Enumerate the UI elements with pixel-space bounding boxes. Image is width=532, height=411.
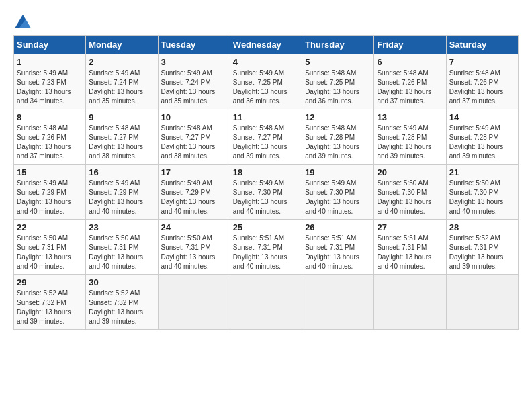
calendar-cell: 24Sunrise: 5:50 AMSunset: 7:31 PMDayligh… (158, 220, 230, 275)
calendar-cell: 10Sunrise: 5:48 AMSunset: 7:27 PMDayligh… (158, 109, 230, 165)
day-info: Sunrise: 5:52 AMSunset: 7:31 PMDaylight:… (449, 234, 515, 271)
day-info: Sunrise: 5:49 AMSunset: 7:24 PMDaylight:… (161, 68, 227, 106)
day-info: Sunrise: 5:48 AMSunset: 7:28 PMDaylight:… (305, 124, 371, 161)
day-number: 29 (17, 277, 83, 287)
calendar-cell: 8Sunrise: 5:48 AMSunset: 7:26 PMDaylight… (14, 109, 86, 165)
calendar-cell: 6Sunrise: 5:48 AMSunset: 7:26 PMDaylight… (374, 54, 446, 109)
day-info: Sunrise: 5:48 AMSunset: 7:26 PMDaylight:… (377, 68, 443, 106)
day-number: 25 (233, 222, 299, 232)
calendar-cell (158, 275, 230, 330)
calendar-body: 1Sunrise: 5:49 AMSunset: 7:23 PMDaylight… (14, 54, 519, 330)
calendar-cell: 20Sunrise: 5:50 AMSunset: 7:30 PMDayligh… (374, 165, 446, 220)
day-info: Sunrise: 5:50 AMSunset: 7:30 PMDaylight:… (377, 179, 443, 216)
calendar-cell: 22Sunrise: 5:50 AMSunset: 7:31 PMDayligh… (14, 220, 86, 275)
day-info: Sunrise: 5:48 AMSunset: 7:27 PMDaylight:… (161, 124, 227, 161)
calendar-cell: 4Sunrise: 5:49 AMSunset: 7:25 PMDaylight… (230, 54, 302, 109)
day-info: Sunrise: 5:49 AMSunset: 7:25 PMDaylight:… (233, 68, 299, 106)
calendar-cell: 18Sunrise: 5:49 AMSunset: 7:30 PMDayligh… (230, 165, 302, 220)
day-info: Sunrise: 5:49 AMSunset: 7:30 PMDaylight:… (305, 179, 371, 216)
calendar-cell: 16Sunrise: 5:49 AMSunset: 7:29 PMDayligh… (86, 165, 158, 220)
day-number: 16 (89, 167, 154, 177)
day-info: Sunrise: 5:48 AMSunset: 7:26 PMDaylight:… (17, 124, 83, 161)
day-number: 24 (161, 222, 227, 232)
day-header-wednesday: Wednesday (230, 36, 302, 54)
day-number: 27 (377, 222, 443, 232)
calendar-week-5: 29Sunrise: 5:52 AMSunset: 7:32 PMDayligh… (14, 275, 519, 330)
calendar-cell: 14Sunrise: 5:49 AMSunset: 7:28 PMDayligh… (446, 109, 518, 165)
day-number: 19 (305, 167, 371, 177)
day-number: 21 (449, 167, 515, 177)
day-number: 20 (377, 167, 443, 177)
calendar-cell: 17Sunrise: 5:49 AMSunset: 7:29 PMDayligh… (158, 165, 230, 220)
calendar-cell: 26Sunrise: 5:51 AMSunset: 7:31 PMDayligh… (302, 220, 374, 275)
calendar-cell: 29Sunrise: 5:52 AMSunset: 7:32 PMDayligh… (14, 275, 86, 330)
calendar-cell (446, 275, 518, 330)
logo-icon (15, 15, 31, 28)
day-number: 3 (161, 57, 227, 67)
day-info: Sunrise: 5:49 AMSunset: 7:28 PMDaylight:… (449, 124, 515, 161)
day-number: 22 (17, 222, 83, 232)
day-header-friday: Friday (374, 36, 446, 54)
calendar-week-3: 15Sunrise: 5:49 AMSunset: 7:29 PMDayligh… (14, 165, 519, 220)
day-info: Sunrise: 5:49 AMSunset: 7:29 PMDaylight:… (161, 179, 227, 216)
day-header-saturday: Saturday (446, 36, 518, 54)
calendar-cell (230, 275, 302, 330)
day-info: Sunrise: 5:48 AMSunset: 7:26 PMDaylight:… (449, 68, 515, 106)
calendar-cell: 27Sunrise: 5:51 AMSunset: 7:31 PMDayligh… (374, 220, 446, 275)
day-info: Sunrise: 5:49 AMSunset: 7:23 PMDaylight:… (17, 68, 83, 106)
calendar-cell: 3Sunrise: 5:49 AMSunset: 7:24 PMDaylight… (158, 54, 230, 109)
calendar-week-2: 8Sunrise: 5:48 AMSunset: 7:26 PMDaylight… (14, 109, 519, 165)
calendar-cell: 11Sunrise: 5:48 AMSunset: 7:27 PMDayligh… (230, 109, 302, 165)
calendar-week-1: 1Sunrise: 5:49 AMSunset: 7:23 PMDaylight… (14, 54, 519, 109)
day-number: 8 (17, 112, 83, 122)
calendar-cell: 13Sunrise: 5:49 AMSunset: 7:28 PMDayligh… (374, 109, 446, 165)
day-number: 17 (161, 167, 227, 177)
day-number: 9 (89, 112, 154, 122)
calendar-header-row: SundayMondayTuesdayWednesdayThursdayFrid… (14, 36, 519, 54)
day-info: Sunrise: 5:49 AMSunset: 7:29 PMDaylight:… (17, 179, 83, 216)
calendar-cell: 21Sunrise: 5:50 AMSunset: 7:30 PMDayligh… (446, 165, 518, 220)
calendar-cell: 28Sunrise: 5:52 AMSunset: 7:31 PMDayligh… (446, 220, 518, 275)
day-info: Sunrise: 5:52 AMSunset: 7:32 PMDaylight:… (17, 289, 83, 326)
calendar-cell: 7Sunrise: 5:48 AMSunset: 7:26 PMDaylight… (446, 54, 518, 109)
calendar-cell: 2Sunrise: 5:49 AMSunset: 7:24 PMDaylight… (86, 54, 158, 109)
day-number: 10 (161, 112, 227, 122)
day-number: 6 (377, 57, 443, 67)
day-info: Sunrise: 5:49 AMSunset: 7:24 PMDaylight:… (89, 68, 154, 106)
day-number: 7 (449, 57, 515, 67)
calendar-cell: 9Sunrise: 5:48 AMSunset: 7:27 PMDaylight… (86, 109, 158, 165)
day-info: Sunrise: 5:49 AMSunset: 7:30 PMDaylight:… (233, 179, 299, 216)
calendar-cell (374, 275, 446, 330)
day-number: 26 (305, 222, 371, 232)
calendar-cell (302, 275, 374, 330)
day-header-thursday: Thursday (302, 36, 374, 54)
header (13, 13, 519, 28)
day-number: 18 (233, 167, 299, 177)
day-number: 13 (377, 112, 443, 122)
day-number: 14 (449, 112, 515, 122)
day-header-tuesday: Tuesday (158, 36, 230, 54)
day-info: Sunrise: 5:48 AMSunset: 7:27 PMDaylight:… (89, 124, 154, 161)
day-header-monday: Monday (86, 36, 158, 54)
day-number: 2 (89, 57, 154, 67)
calendar-cell: 15Sunrise: 5:49 AMSunset: 7:29 PMDayligh… (14, 165, 86, 220)
calendar-cell: 23Sunrise: 5:50 AMSunset: 7:31 PMDayligh… (86, 220, 158, 275)
day-info: Sunrise: 5:51 AMSunset: 7:31 PMDaylight:… (377, 234, 443, 271)
day-number: 4 (233, 57, 299, 67)
day-info: Sunrise: 5:51 AMSunset: 7:31 PMDaylight:… (233, 234, 299, 271)
day-info: Sunrise: 5:50 AMSunset: 7:31 PMDaylight:… (17, 234, 83, 271)
calendar: SundayMondayTuesdayWednesdayThursdayFrid… (13, 35, 519, 330)
calendar-cell: 19Sunrise: 5:49 AMSunset: 7:30 PMDayligh… (302, 165, 374, 220)
calendar-cell: 25Sunrise: 5:51 AMSunset: 7:31 PMDayligh… (230, 220, 302, 275)
day-number: 30 (89, 277, 154, 287)
calendar-cell: 5Sunrise: 5:48 AMSunset: 7:25 PMDaylight… (302, 54, 374, 109)
calendar-week-4: 22Sunrise: 5:50 AMSunset: 7:31 PMDayligh… (14, 220, 519, 275)
day-info: Sunrise: 5:49 AMSunset: 7:28 PMDaylight:… (377, 124, 443, 161)
day-number: 5 (305, 57, 371, 67)
day-info: Sunrise: 5:49 AMSunset: 7:29 PMDaylight:… (89, 179, 154, 216)
day-number: 1 (17, 57, 83, 67)
day-info: Sunrise: 5:48 AMSunset: 7:27 PMDaylight:… (233, 124, 299, 161)
day-info: Sunrise: 5:50 AMSunset: 7:31 PMDaylight:… (161, 234, 227, 271)
day-number: 15 (17, 167, 83, 177)
calendar-cell: 30Sunrise: 5:52 AMSunset: 7:32 PMDayligh… (86, 275, 158, 330)
